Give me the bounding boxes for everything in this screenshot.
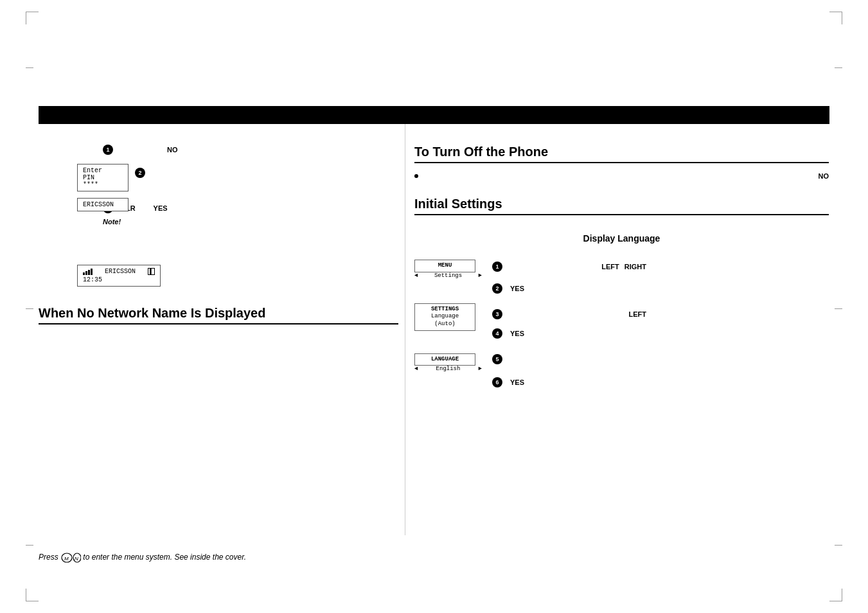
lang-step3-row: 3 LEFT	[492, 309, 646, 319]
auto-label: (Auto)	[419, 321, 471, 328]
tick-right-top	[835, 67, 842, 68]
language-title: LANGUAGE	[419, 356, 471, 364]
header-bar	[39, 106, 829, 124]
turn-off-no: NO	[819, 172, 829, 180]
svg-text:M: M	[64, 556, 69, 562]
initial-settings-section: Initial Settings	[414, 197, 829, 215]
svg-text:N: N	[75, 556, 78, 562]
menu-button-icon: M N	[60, 553, 81, 563]
step2-circle: 2	[135, 168, 145, 178]
step3-yes-label: YES	[154, 204, 168, 212]
vertical-divider	[405, 124, 405, 535]
lang-step5-circle: 5	[492, 354, 502, 364]
menu-display-box: MENU ◄ Settings ►	[414, 259, 482, 279]
corner-mark-tl	[26, 12, 39, 24]
spacer4	[414, 339, 482, 345]
step2-line3: ****	[83, 181, 123, 188]
menu-label: MENU	[419, 262, 471, 270]
language-label: Language	[419, 313, 471, 321]
turn-off-section: To Turn Off the Phone NO	[414, 145, 829, 180]
ericsson-name: ERICSSON	[83, 201, 123, 208]
press-note-text2: to enter the menu system. See inside the…	[83, 553, 246, 562]
lang-step5-row: 5	[492, 354, 646, 364]
arrow-right-settings: ►	[479, 272, 482, 279]
note-row: Note!	[103, 217, 398, 226]
turn-off-bullet-row: NO	[414, 172, 829, 180]
step2-row: Enter PIN **** 2	[77, 164, 398, 191]
english-text: English	[418, 366, 478, 372]
corner-mark-tr	[829, 12, 842, 24]
turn-off-heading: To Turn Off the Phone	[414, 145, 829, 163]
lang-step3-circle: 3	[492, 309, 502, 319]
corner-mark-br	[829, 589, 842, 601]
lang-step6-yes: YES	[510, 378, 524, 386]
spacer2	[414, 287, 482, 296]
lang-step3-left: LEFT	[629, 310, 647, 318]
ericsson-status-display-row: ERICSSON ▌ 12:35	[77, 265, 398, 287]
press-note-text: Press	[39, 553, 60, 562]
lang-step4-circle: 4	[492, 328, 502, 339]
step1-circle: 1	[103, 145, 113, 155]
tick-right-mid	[835, 308, 842, 309]
left-column: 1 NO Enter PIN **** 2 3 CLR YES ERICSSON…	[39, 124, 398, 333]
lang-step2-yes: YES	[510, 285, 524, 292]
initial-settings-heading: Initial Settings	[414, 197, 829, 215]
settings-text: Settings	[418, 272, 478, 279]
ericsson-name-display: ERICSSON	[105, 268, 136, 275]
corner-mark-bl	[26, 589, 39, 601]
menu-settings-row: ◄ Settings ►	[414, 272, 482, 279]
ericsson-display-row: ERICSSON	[77, 198, 398, 211]
english-row: ◄ English ►	[414, 366, 482, 372]
lang-step1-left: LEFT	[601, 263, 619, 271]
tick-left-mid	[26, 308, 33, 309]
lang-step2-circle: 2	[492, 283, 502, 294]
settings-box: SETTINGS Language (Auto)	[414, 303, 475, 331]
ericsson-box: ERICSSON	[77, 198, 128, 211]
note-label: Note!	[103, 218, 121, 226]
step2-display: Enter PIN ****	[77, 164, 128, 191]
lang-step2-row: 2 YES	[492, 283, 646, 294]
language-box: LANGUAGE	[414, 353, 475, 366]
right-column: To Turn Off the Phone NO Initial Setting…	[414, 124, 829, 387]
settings-label: SETTINGS	[419, 306, 471, 314]
signal-icon	[83, 269, 93, 275]
time-display: 12:35	[83, 276, 155, 283]
battery-icon: ▌	[148, 268, 155, 275]
press-note: Press M N to enter the menu system. See …	[39, 553, 246, 563]
settings-display-box: SETTINGS Language (Auto)	[414, 303, 482, 331]
lang-step4-row: 4 YES	[492, 328, 646, 339]
lang-step1-row: 1 LEFT RIGHT	[492, 262, 646, 272]
lang-step6-row: 6 YES	[492, 377, 646, 387]
steps-column: 1 LEFT RIGHT 2 YES 3 LEFT 4 YES	[492, 259, 646, 387]
step2-line1: Enter	[83, 167, 123, 174]
tick-right-bot	[835, 545, 842, 546]
displays-column: MENU ◄ Settings ► SETTINGS Language (Aut…	[414, 259, 482, 372]
display-language-heading: Display Language	[583, 233, 660, 244]
step1-row: 1 NO	[103, 145, 398, 155]
lang-step1-right: RIGHT	[624, 263, 646, 271]
display-language-section: Display Language	[414, 233, 829, 244]
arrow-right-english: ►	[479, 366, 482, 372]
when-no-network-heading: When No Network Name Is Displayed	[39, 306, 398, 324]
ericsson-status-display: ERICSSON ▌ 12:35	[77, 265, 161, 287]
lang-step1-circle: 1	[492, 262, 502, 272]
display-top-row: ERICSSON ▌	[83, 268, 155, 275]
tick-left-bot	[26, 545, 33, 546]
lang-steps-container: MENU ◄ Settings ► SETTINGS Language (Aut…	[414, 259, 829, 387]
menu-box: MENU	[414, 260, 475, 272]
turn-off-bullet	[414, 174, 418, 178]
step1-no-label: NO	[167, 146, 178, 154]
lang-step4-yes: YES	[510, 330, 524, 337]
tick-left-top	[26, 67, 33, 68]
language-display-box: LANGUAGE ◄ English ►	[414, 353, 482, 373]
step2-line2: PIN	[83, 174, 123, 181]
lang-step6-circle: 6	[492, 377, 502, 387]
when-no-network-section: When No Network Name Is Displayed	[39, 306, 398, 324]
